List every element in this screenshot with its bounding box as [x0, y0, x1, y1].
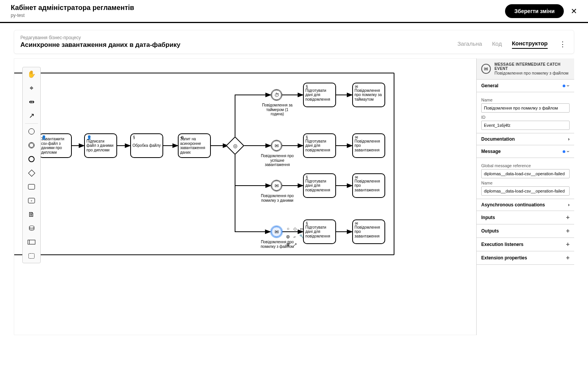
header-right: Зберегти зміни ✕: [505, 4, 577, 18]
chevron-right-icon: ›: [568, 136, 570, 142]
group-ext-props-header[interactable]: Extension properties +: [477, 251, 574, 265]
task-load-csv[interactable]: 👤Завантажити csv-файл з даними про дипло…: [39, 133, 72, 158]
send-task-icon: ✉: [355, 135, 358, 140]
field-msgref-input[interactable]: [481, 169, 570, 178]
editor-subheader: Редагування бізнес-процесу Асинхронне за…: [14, 30, 574, 54]
group-ext-props-label: Extension properties: [481, 255, 527, 261]
timer-event[interactable]: ⏱: [271, 89, 282, 101]
user-task-icon: 👤: [87, 135, 91, 140]
message-file-error-event[interactable]: ✉: [271, 226, 282, 238]
group-message-body: Global message reference Name: [477, 158, 574, 199]
add-icon[interactable]: +: [566, 241, 570, 248]
group-exec-listeners-header[interactable]: Execution listeners +: [477, 238, 574, 251]
group-outputs-header[interactable]: Outputs +: [477, 224, 574, 238]
send-task-icon: ✉: [355, 175, 358, 180]
script-task-icon: §: [306, 135, 308, 140]
intermediate-event-icon[interactable]: [23, 138, 40, 152]
group-outputs-label: Outputs: [481, 228, 499, 234]
task-async-request[interactable]: ⚙Запит на асинхронне завантаження даних: [178, 133, 211, 158]
service-task-icon: ⚙: [181, 135, 184, 140]
task-prepare-1[interactable]: §Підготувати дані для повідомлення: [303, 83, 336, 107]
field-id-input[interactable]: [481, 121, 570, 130]
tab-code[interactable]: Код: [492, 40, 502, 48]
script-task-icon: §: [306, 85, 308, 89]
data-object-icon[interactable]: 🗎: [23, 208, 40, 221]
more-menu-icon[interactable]: ⋮: [558, 43, 568, 46]
task-send-4[interactable]: ✉Повідомлення про завантаження: [352, 219, 385, 244]
tab-general[interactable]: Загальна: [457, 40, 482, 48]
script-task-icon: §: [306, 221, 308, 226]
add-icon[interactable]: +: [566, 214, 570, 221]
task-label: Повідомлення про завантаження: [354, 225, 383, 239]
task-label: Обробка файлу: [133, 143, 161, 148]
lasso-tool-icon[interactable]: ⌖: [23, 81, 40, 95]
message-icon: ✉: [275, 183, 279, 189]
message-data-error-event[interactable]: ✉: [271, 180, 282, 191]
group-async-header[interactable]: Asynchronous continuations ›: [477, 199, 574, 211]
task-prepare-2[interactable]: §Підготувати дані для повідомлення: [303, 133, 336, 158]
field-msgname-label: Name: [481, 181, 570, 185]
message-data-error-label: Повідомлення про помилку з даними: [260, 194, 295, 203]
group-async-label: Asynchronous continuations: [481, 202, 545, 208]
task-sign-file[interactable]: 👤Підписати файл з даними про дипломи: [84, 133, 117, 158]
group-general-header[interactable]: General: [477, 80, 574, 92]
start-event-icon[interactable]: [23, 125, 40, 138]
task-prepare-3[interactable]: §Підготувати дані для повідомлення: [303, 173, 336, 198]
pad-delete-icon[interactable]: 🗑: [285, 241, 291, 247]
task-label: Запит на асинхронне завантаження даних: [180, 137, 209, 154]
pad-annotation-icon[interactable]: ⌐: [292, 234, 298, 240]
group-inputs-header[interactable]: Inputs +: [477, 211, 574, 224]
task-label: Повідомлення про завантаження: [354, 179, 383, 193]
task-prepare-4[interactable]: §Підготувати дані для повідомлення: [303, 219, 336, 244]
hand-tool-icon[interactable]: ✋: [23, 67, 40, 81]
end-event-icon[interactable]: [23, 152, 40, 166]
pad-connect-icon[interactable]: ↗: [292, 241, 298, 247]
group-inputs-label: Inputs: [481, 215, 495, 220]
send-task-icon: ✉: [355, 221, 358, 226]
task-send-2[interactable]: ✉Повідомлення про завантаження: [352, 133, 385, 158]
task-send-3[interactable]: ✉Повідомлення про завантаження: [352, 173, 385, 198]
task-label: Підписати файл з даними про дипломи: [86, 139, 115, 153]
message-event-icon: ✉: [481, 64, 491, 74]
props-element-name: Повідомлення про помилку з файлом: [495, 71, 570, 75]
event-gateway-icon: ◎: [233, 143, 237, 149]
connect-tool-icon[interactable]: ↗: [23, 109, 40, 123]
app-subtitle: py-test: [11, 13, 134, 18]
tab-builder[interactable]: Конструктор: [512, 40, 548, 49]
add-icon[interactable]: +: [566, 254, 570, 261]
field-name-input[interactable]: [481, 103, 570, 113]
group-icon[interactable]: [23, 249, 40, 263]
pad-start-event-icon[interactable]: ○: [285, 226, 291, 232]
task-process-file[interactable]: §Обробка файлу: [130, 133, 163, 158]
group-general-label: General: [481, 83, 499, 88]
add-icon[interactable]: +: [566, 228, 570, 234]
field-msgname-input[interactable]: [481, 186, 570, 196]
save-button[interactable]: Зберегти зміни: [505, 4, 564, 18]
field-msgref-label: Global message reference: [481, 163, 570, 168]
subheader-left: Редагування бізнес-процесу Асинхронне за…: [20, 35, 181, 49]
changed-marker-icon: [563, 150, 565, 153]
group-message-header[interactable]: Message: [477, 145, 574, 158]
group-documentation-header[interactable]: Documentation ›: [477, 133, 574, 145]
group-general-body: Name ID: [477, 92, 574, 133]
page-header: Кабінет адміністратора регламентів py-te…: [0, 0, 588, 23]
timer-event-label: Повідомлення за таймером (1 година): [260, 103, 295, 116]
subprocess-icon[interactable]: ＋: [23, 194, 40, 208]
task-send-1[interactable]: ✉Повідомлення про помилку за таймаутом: [352, 83, 385, 107]
props-element-type: MESSAGE INTERMEDIATE CATCH EVENT: [495, 62, 570, 71]
space-tool-icon[interactable]: ⇹: [23, 95, 40, 109]
script-task-icon: §: [306, 175, 308, 180]
message-success-event[interactable]: ✉: [271, 140, 282, 151]
process-title: Асинхронне завантаження даних в дата-фаб…: [20, 41, 181, 49]
group-message-label: Message: [481, 149, 501, 154]
group-documentation-label: Documentation: [481, 136, 515, 142]
pad-end-event-icon[interactable]: ◍: [285, 234, 291, 240]
participant-icon[interactable]: [23, 235, 40, 249]
task-icon[interactable]: [23, 180, 40, 194]
send-task-icon: ✉: [355, 85, 358, 89]
task-label: Підготувати дані для повідомлення: [305, 139, 334, 153]
pad-gateway-icon[interactable]: ◇: [292, 226, 298, 232]
gateway-icon[interactable]: [23, 166, 40, 180]
close-icon[interactable]: ✕: [571, 7, 577, 16]
data-store-icon[interactable]: ⛁: [23, 221, 40, 235]
